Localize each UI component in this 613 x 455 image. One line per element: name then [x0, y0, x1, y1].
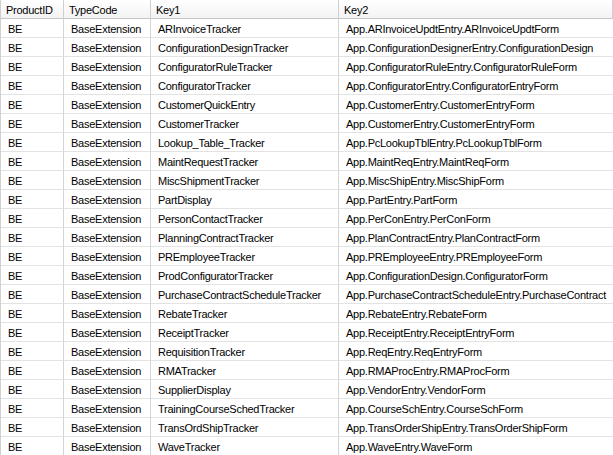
cell-typecode[interactable]: BaseExtension	[64, 38, 151, 57]
cell-productid[interactable]: BE	[1, 399, 64, 418]
cell-productid[interactable]: BE	[1, 304, 64, 323]
column-header-key1[interactable]: Key1	[151, 0, 339, 19]
cell-productid[interactable]: BE	[1, 380, 64, 399]
cell-key1[interactable]: ConfiguratorTracker	[151, 76, 339, 95]
cell-key2[interactable]: App.VendorEntry.VendorForm	[339, 380, 613, 399]
cell-productid[interactable]: BE	[1, 285, 64, 304]
cell-key1[interactable]: PurchaseContractScheduleTracker	[151, 285, 339, 304]
cell-productid[interactable]: BE	[1, 57, 64, 76]
cell-key2[interactable]: App.ReqEntry.ReqEntryForm	[339, 342, 613, 361]
cell-productid[interactable]: BE	[1, 38, 64, 57]
cell-typecode[interactable]: BaseExtension	[64, 323, 151, 342]
cell-productid[interactable]: BE	[1, 266, 64, 285]
table-row: BEBaseExtensionRMATrackerApp.RMAProcEntr…	[1, 361, 613, 380]
cell-key2[interactable]: App.WaveEntry.WaveForm	[339, 437, 613, 455]
cell-key2[interactable]: App.PartEntry.PartForm	[339, 190, 613, 209]
cell-typecode[interactable]: BaseExtension	[64, 399, 151, 418]
cell-key1[interactable]: TrainingCourseSchedTracker	[151, 399, 339, 418]
cell-key1[interactable]: PREmployeeTracker	[151, 247, 339, 266]
cell-key2[interactable]: App.ReceiptEntry.ReceiptEntryForm	[339, 323, 613, 342]
column-header-key2[interactable]: Key2	[339, 0, 613, 19]
cell-key1[interactable]: PersonContactTracker	[151, 209, 339, 228]
cell-typecode[interactable]: BaseExtension	[64, 418, 151, 437]
cell-typecode[interactable]: BaseExtension	[64, 266, 151, 285]
cell-typecode[interactable]: BaseExtension	[64, 171, 151, 190]
cell-key2[interactable]: App.ConfiguratorRuleEntry.ConfiguratorRu…	[339, 57, 613, 76]
cell-key2[interactable]: App.ConfiguratorEntry.ConfiguratorEntryF…	[339, 76, 613, 95]
table-row: BEBaseExtensionCustomerQuickEntryApp.Cus…	[1, 95, 613, 114]
cell-key2[interactable]: App.ConfigurationDesignerEntry.Configura…	[339, 38, 613, 57]
cell-typecode[interactable]: BaseExtension	[64, 57, 151, 76]
cell-key1[interactable]: ARInvoiceTracker	[151, 19, 339, 38]
cell-typecode[interactable]: BaseExtension	[64, 209, 151, 228]
cell-productid[interactable]: BE	[1, 228, 64, 247]
cell-key2[interactable]: App.MiscShipEntry.MiscShipForm	[339, 171, 613, 190]
column-header-productid[interactable]: ProductID	[1, 0, 64, 19]
cell-key1[interactable]: SupplierDisplay	[151, 380, 339, 399]
cell-key2[interactable]: App.ARInvoiceUpdtEntry.ARInvoiceUpdtForm	[339, 19, 613, 38]
cell-productid[interactable]: BE	[1, 190, 64, 209]
cell-productid[interactable]: BE	[1, 19, 64, 38]
cell-key1[interactable]: ConfigurationDesignTracker	[151, 38, 339, 57]
cell-typecode[interactable]: BaseExtension	[64, 19, 151, 38]
cell-key1[interactable]: CustomerQuickEntry	[151, 95, 339, 114]
cell-key1[interactable]: ConfiguratorRuleTracker	[151, 57, 339, 76]
cell-key1[interactable]: ProdConfiguratorTracker	[151, 266, 339, 285]
cell-typecode[interactable]: BaseExtension	[64, 285, 151, 304]
cell-key1[interactable]: PlanningContractTracker	[151, 228, 339, 247]
cell-key1[interactable]: MiscShipmentTracker	[151, 171, 339, 190]
cell-key1[interactable]: RMATracker	[151, 361, 339, 380]
cell-productid[interactable]: BE	[1, 361, 64, 380]
cell-productid[interactable]: BE	[1, 76, 64, 95]
cell-key1[interactable]: TransOrdShipTracker	[151, 418, 339, 437]
cell-key1[interactable]: RebateTracker	[151, 304, 339, 323]
cell-key1[interactable]: WaveTracker	[151, 437, 339, 455]
cell-typecode[interactable]: BaseExtension	[64, 361, 151, 380]
cell-key2[interactable]: App.PcLookupTblEntry.PcLookupTblForm	[339, 133, 613, 152]
cell-typecode[interactable]: BaseExtension	[64, 380, 151, 399]
cell-key2[interactable]: App.MaintReqEntry.MaintReqForm	[339, 152, 613, 171]
cell-productid[interactable]: BE	[1, 323, 64, 342]
cell-productid[interactable]: BE	[1, 342, 64, 361]
cell-key1[interactable]: PartDisplay	[151, 190, 339, 209]
cell-typecode[interactable]: BaseExtension	[64, 437, 151, 455]
cell-productid[interactable]: BE	[1, 247, 64, 266]
cell-productid[interactable]: BE	[1, 133, 64, 152]
cell-productid[interactable]: BE	[1, 209, 64, 228]
cell-key2[interactable]: App.TransOrderShipEntry.TransOrderShipFo…	[339, 418, 613, 437]
cell-key1[interactable]: Lookup_Table_Tracker	[151, 133, 339, 152]
cell-key2[interactable]: App.CustomerEntry.CustomerEntryForm	[339, 114, 613, 133]
cell-typecode[interactable]: BaseExtension	[64, 342, 151, 361]
cell-key2[interactable]: App.PREmployeeEntry.PREmployeeForm	[339, 247, 613, 266]
cell-key2[interactable]: App.PurchaseContractScheduleEntry.Purcha…	[339, 285, 613, 304]
cell-key1[interactable]: RequisitionTracker	[151, 342, 339, 361]
table-row: BEBaseExtensionMaintRequestTrackerApp.Ma…	[1, 152, 613, 171]
column-header-typecode[interactable]: TypeCode	[64, 0, 151, 19]
cell-typecode[interactable]: BaseExtension	[64, 152, 151, 171]
cell-key2[interactable]: App.CourseSchEntry.CourseSchForm	[339, 399, 613, 418]
cell-key1[interactable]: ReceiptTracker	[151, 323, 339, 342]
cell-typecode[interactable]: BaseExtension	[64, 190, 151, 209]
cell-typecode[interactable]: BaseExtension	[64, 228, 151, 247]
cell-typecode[interactable]: BaseExtension	[64, 304, 151, 323]
cell-key1[interactable]: MaintRequestTracker	[151, 152, 339, 171]
cell-productid[interactable]: BE	[1, 152, 64, 171]
cell-productid[interactable]: BE	[1, 437, 64, 455]
cell-key1[interactable]: CustomerTracker	[151, 114, 339, 133]
cell-key2[interactable]: App.RebateEntry.RebateForm	[339, 304, 613, 323]
grid-body: BEBaseExtensionARInvoiceTrackerApp.ARInv…	[1, 19, 613, 455]
cell-key2[interactable]: App.PlanContractEntry.PlanContractForm	[339, 228, 613, 247]
cell-typecode[interactable]: BaseExtension	[64, 114, 151, 133]
cell-typecode[interactable]: BaseExtension	[64, 133, 151, 152]
cell-typecode[interactable]: BaseExtension	[64, 76, 151, 95]
cell-productid[interactable]: BE	[1, 418, 64, 437]
cell-key2[interactable]: App.PerConEntry.PerConForm	[339, 209, 613, 228]
cell-productid[interactable]: BE	[1, 171, 64, 190]
cell-productid[interactable]: BE	[1, 95, 64, 114]
cell-typecode[interactable]: BaseExtension	[64, 95, 151, 114]
cell-key2[interactable]: App.ConfigurationDesign.ConfiguratorForm	[339, 266, 613, 285]
cell-productid[interactable]: BE	[1, 114, 64, 133]
cell-typecode[interactable]: BaseExtension	[64, 247, 151, 266]
cell-key2[interactable]: App.RMAProcEntry.RMAProcForm	[339, 361, 613, 380]
cell-key2[interactable]: App.CustomerEntry.CustomerEntryForm	[339, 95, 613, 114]
